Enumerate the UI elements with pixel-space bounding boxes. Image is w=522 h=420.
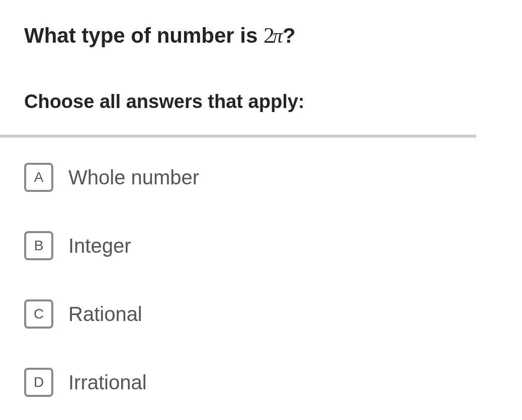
option-letter-box: C (24, 299, 53, 329)
option-letter-box: B (24, 231, 53, 260)
option-b[interactable]: B Integer (24, 231, 498, 260)
option-text: Rational (68, 303, 142, 326)
option-letter-box: A (24, 163, 53, 192)
question-suffix: ? (283, 24, 296, 47)
options-list: A Whole number B Integer C Rational D Ir… (24, 163, 498, 397)
option-text: Irrational (68, 371, 147, 394)
math-pi: π (273, 25, 283, 47)
question-prefix: What type of number is (24, 24, 264, 47)
instruction-text: Choose all answers that apply: (24, 91, 498, 113)
question-title: What type of number is 2π? (24, 21, 498, 50)
option-a[interactable]: A Whole number (24, 163, 498, 192)
question-container: What type of number is 2π? Choose all an… (0, 0, 522, 397)
divider (0, 135, 476, 138)
option-text: Integer (68, 235, 131, 257)
option-c[interactable]: C Rational (24, 299, 498, 329)
option-d[interactable]: D Irrational (24, 368, 498, 397)
option-letter-box: D (24, 368, 53, 397)
option-text: Whole number (68, 166, 199, 189)
math-expression: 2π (264, 24, 283, 47)
